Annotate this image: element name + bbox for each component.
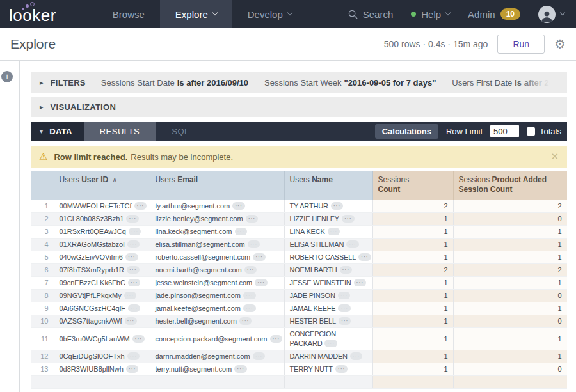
cell-menu-icon[interactable]: ··· — [243, 292, 256, 299]
product-added-session-count-cell[interactable]: 1 — [453, 327, 567, 350]
cell-menu-icon[interactable]: ··· — [243, 304, 256, 312]
run-button[interactable]: Run — [497, 35, 545, 54]
nav-item-label: Explore — [175, 9, 208, 20]
close-icon[interactable]: ✕ — [550, 151, 559, 162]
column-header-user-id[interactable]: Users User ID∧ — [54, 171, 150, 200]
cell-menu-icon[interactable]: ··· — [253, 253, 266, 261]
cell-menu-icon[interactable]: ··· — [127, 240, 140, 248]
sessions-count-cell[interactable]: 2 — [372, 263, 453, 276]
help-menu[interactable]: Help — [411, 9, 450, 20]
data-panel-toggle[interactable]: ▾ DATA — [31, 122, 84, 141]
cell-menu-icon[interactable]: ··· — [126, 215, 139, 223]
search-button[interactable]: Search — [348, 9, 394, 20]
cell-menu-icon[interactable]: ··· — [128, 279, 141, 286]
cell-menu-icon[interactable]: ··· — [126, 365, 139, 373]
sessions-count-cell[interactable]: 1 — [372, 238, 453, 251]
cell-menu-icon[interactable]: ··· — [244, 266, 257, 274]
cell-menu-icon[interactable]: ··· — [246, 215, 259, 223]
user-id-cell-value: 01RSxRrt0QEAwJCq — [60, 228, 126, 235]
cell-menu-icon[interactable]: ··· — [255, 279, 268, 286]
cell-menu-icon[interactable]: ··· — [134, 202, 147, 210]
cell-menu-icon[interactable]: ··· — [132, 335, 145, 343]
user-id-cell: 09NGVtjPfLPkqxMy··· — [54, 289, 150, 302]
gear-icon[interactable]: ⚙ — [554, 38, 566, 51]
sessions-count-cell[interactable]: 1 — [372, 315, 453, 327]
column-header-sessions-count[interactable]: Sessions Count — [372, 171, 453, 200]
add-field-button[interactable]: + — [1, 71, 13, 82]
cell-menu-icon[interactable]: ··· — [335, 365, 348, 373]
email-cell: elisa.stillman@segment.com··· — [150, 238, 284, 251]
sessions-count-cell[interactable]: 1 — [372, 225, 453, 238]
tab-results[interactable]: RESULTS — [84, 122, 156, 141]
nav-item-browse[interactable]: Browse — [97, 0, 160, 28]
sessions-count-cell[interactable]: 2 — [372, 200, 453, 212]
product-added-session-count-cell[interactable]: 1 — [453, 238, 567, 251]
cell-menu-icon[interactable]: ··· — [270, 335, 283, 343]
cell-menu-icon[interactable]: ··· — [129, 228, 141, 235]
sessions-count-cell[interactable]: 1 — [372, 212, 453, 225]
avatar — [538, 6, 556, 23]
cell-menu-icon[interactable]: ··· — [248, 240, 260, 248]
cell-menu-icon[interactable]: ··· — [354, 279, 367, 286]
sessions-count-cell[interactable]: 1 — [372, 302, 453, 315]
cell-menu-icon[interactable]: ··· — [340, 266, 353, 274]
cell-menu-icon[interactable]: ··· — [235, 228, 248, 235]
product-added-session-count-cell[interactable]: 1 — [453, 251, 567, 263]
column-header-name[interactable]: Users Name — [284, 171, 372, 200]
product-added-session-count-cell[interactable]: 1 — [453, 276, 567, 289]
sessions-count-cell[interactable]: 1 — [372, 251, 453, 263]
product-added-session-count-cell[interactable]: 1 — [453, 302, 567, 315]
cell-menu-icon[interactable]: ··· — [328, 228, 340, 235]
visualization-panel-header[interactable]: ▸ VISUALIZATION — [31, 97, 567, 117]
sessions-count-cell[interactable]: 1 — [372, 327, 453, 350]
sessions-count-cell[interactable]: 1 — [372, 276, 453, 289]
calculations-button[interactable]: Calculations — [375, 124, 438, 139]
column-header-product-added-session-count[interactable]: Sessions Product Added Session Count — [453, 171, 567, 200]
cell-menu-icon[interactable]: ··· — [342, 215, 355, 223]
email-cell: jesse.weinstein@segment.com··· — [150, 276, 284, 289]
sessions-count-cell[interactable]: 1 — [372, 350, 453, 363]
row-limit-input[interactable] — [490, 125, 519, 137]
cell-menu-icon[interactable]: ··· — [125, 317, 138, 325]
name-cell-value: LINA KECK — [290, 228, 325, 235]
cell-menu-icon[interactable]: ··· — [350, 352, 363, 360]
cell-menu-icon[interactable]: ··· — [127, 352, 140, 360]
sessions-count-cell[interactable]: 1 — [372, 363, 453, 375]
nav-item-explore[interactable]: Explore — [160, 0, 232, 28]
cell-menu-icon[interactable]: ··· — [125, 253, 138, 261]
cell-menu-icon[interactable]: ··· — [253, 352, 266, 360]
filters-panel-header[interactable]: ▸ FILTERS Sessions Start Dateis after 20… — [31, 72, 567, 93]
cell-menu-icon[interactable]: ··· — [346, 240, 359, 248]
product-added-session-count-cell[interactable]: 0 — [453, 212, 567, 225]
product-added-session-count-cell[interactable]: 2 — [453, 200, 567, 212]
cell-menu-icon[interactable]: ··· — [124, 292, 137, 299]
product-added-session-count-cell[interactable]: 1 — [453, 225, 567, 238]
cell-menu-icon[interactable]: ··· — [339, 317, 351, 325]
admin-menu[interactable]: Admin 10 — [468, 8, 520, 20]
empty-cell — [284, 375, 372, 388]
table-row: 401XRAGoMGstabzol···elisa.stillman@segme… — [31, 238, 567, 251]
column-header-email[interactable]: Users Email — [150, 171, 284, 200]
cell-menu-icon[interactable]: ··· — [358, 253, 371, 261]
cell-menu-icon[interactable]: ··· — [338, 304, 351, 312]
cell-menu-icon[interactable]: ··· — [234, 365, 247, 373]
cell-menu-icon[interactable]: ··· — [232, 202, 245, 210]
cell-menu-icon[interactable]: ··· — [128, 304, 141, 312]
cell-menu-icon[interactable]: ··· — [331, 202, 344, 210]
looker-logo[interactable]: looker — [0, 0, 78, 28]
cell-menu-icon[interactable]: ··· — [338, 292, 351, 299]
product-added-session-count-cell[interactable]: 2 — [453, 263, 567, 276]
totals-checkbox[interactable] — [527, 127, 535, 136]
cell-menu-icon[interactable]: ··· — [127, 266, 140, 274]
product-added-session-count-cell[interactable]: 0 — [453, 363, 567, 375]
cell-menu-icon[interactable]: ··· — [239, 317, 252, 325]
product-added-session-count-cell[interactable]: 1 — [453, 350, 567, 363]
product-added-session-count-cell[interactable]: 0 — [453, 289, 567, 302]
cell-menu-icon[interactable]: ··· — [324, 340, 337, 347]
product-added-session-count-cell[interactable]: 0 — [453, 315, 567, 327]
name-cell: ELISA STILLMAN··· — [284, 238, 372, 251]
account-menu[interactable] — [538, 6, 564, 23]
nav-item-develop[interactable]: Develop — [232, 0, 307, 28]
tab-sql[interactable]: SQL — [156, 122, 205, 141]
sessions-count-cell[interactable]: 1 — [372, 289, 453, 302]
